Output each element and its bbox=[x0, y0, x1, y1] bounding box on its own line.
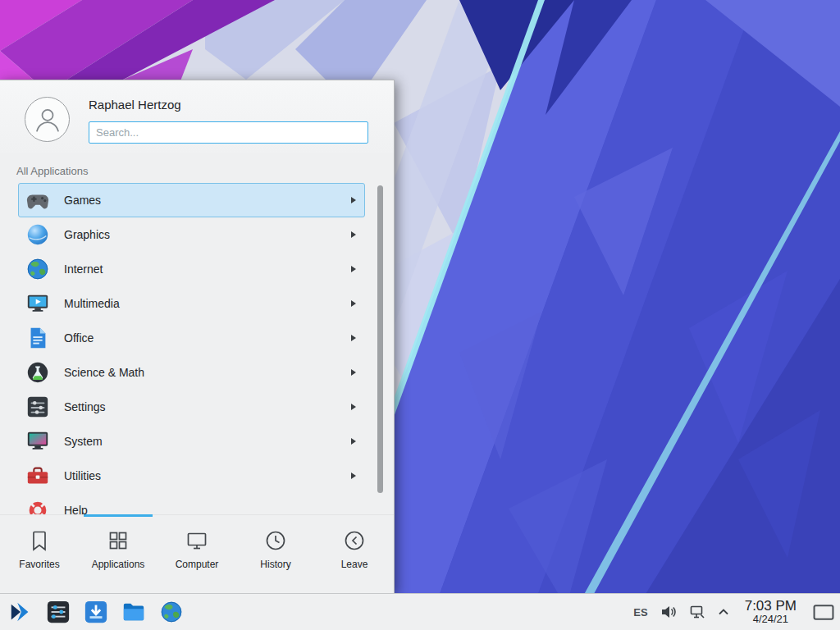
menu-item-science-math[interactable]: Science & Math bbox=[18, 355, 365, 390]
show-desktop-icon bbox=[812, 603, 835, 622]
menu-item-help[interactable]: Help bbox=[18, 493, 365, 514]
computer-icon bbox=[185, 529, 208, 552]
menu-item-label: Utilities bbox=[64, 469, 101, 482]
applications-icon bbox=[107, 529, 130, 552]
tab-label: Applications bbox=[92, 559, 145, 570]
favorites-icon bbox=[28, 529, 51, 552]
category-list: Games Graphics Internet bbox=[18, 183, 365, 514]
submenu-arrow-icon bbox=[351, 335, 356, 341]
menu-item-label: Help bbox=[64, 504, 88, 514]
user-avatar[interactable] bbox=[25, 97, 70, 142]
show-desktop-button[interactable] bbox=[812, 596, 835, 628]
menu-item-games[interactable]: Games bbox=[18, 183, 365, 217]
menu-item-graphics[interactable]: Graphics bbox=[18, 217, 365, 252]
submenu-arrow-icon bbox=[351, 369, 356, 376]
expand-panel-icon[interactable] bbox=[718, 608, 729, 616]
user-name: Raphael Hertzog bbox=[89, 98, 181, 112]
menu-item-label: Graphics bbox=[64, 228, 110, 241]
system-icon bbox=[25, 429, 50, 454]
menu-item-label: System bbox=[64, 435, 103, 448]
settings-icon bbox=[25, 395, 50, 419]
science-math-icon bbox=[25, 360, 50, 385]
taskbar-left bbox=[0, 600, 184, 625]
tab-label: Leave bbox=[341, 559, 368, 570]
menu-item-label: Games bbox=[64, 194, 101, 207]
clock[interactable]: 7:03 PM 4/24/21 bbox=[742, 598, 800, 626]
menu-item-utilities[interactable]: Utilities bbox=[18, 459, 365, 493]
tab-label: Computer bbox=[176, 559, 219, 570]
clock-time: 7:03 PM bbox=[745, 598, 797, 614]
application-launcher-menu: Raphael Hertzog All Applications Games G… bbox=[0, 80, 395, 593]
menu-item-office[interactable]: Office bbox=[18, 321, 365, 355]
submenu-arrow-icon bbox=[351, 472, 356, 479]
network-icon[interactable] bbox=[689, 604, 705, 620]
system-settings-icon bbox=[46, 600, 71, 624]
tab-history[interactable]: History bbox=[236, 515, 315, 593]
menu-item-label: Settings bbox=[64, 400, 106, 413]
history-icon bbox=[264, 529, 287, 552]
clock-date: 4/24/21 bbox=[753, 614, 788, 626]
taskbar-icon-file-manager[interactable] bbox=[121, 600, 146, 625]
tab-label: History bbox=[260, 559, 290, 570]
menu-item-label: Internet bbox=[64, 262, 103, 276]
menu-item-settings[interactable]: Settings bbox=[18, 390, 365, 424]
internet-icon bbox=[25, 257, 50, 281]
section-label: All Applications bbox=[16, 165, 88, 177]
submenu-arrow-icon bbox=[351, 266, 356, 272]
web-browser-icon bbox=[159, 600, 184, 624]
app-launcher-button[interactable] bbox=[7, 600, 33, 625]
menu-item-internet[interactable]: Internet bbox=[18, 252, 365, 286]
submenu-arrow-icon bbox=[351, 197, 356, 203]
list-scrollbar[interactable] bbox=[377, 185, 383, 493]
help-icon bbox=[25, 498, 50, 514]
office-icon bbox=[25, 326, 50, 350]
tab-favorites[interactable]: Favorites bbox=[0, 515, 79, 593]
volume-icon[interactable] bbox=[660, 604, 677, 620]
user-avatar-icon bbox=[31, 103, 64, 136]
launcher-tab-bar: Favorites Applications Computer History … bbox=[0, 514, 394, 593]
menu-item-label: Office bbox=[64, 331, 94, 345]
file-manager-icon bbox=[121, 600, 146, 624]
taskbar: ES 7:03 PM 4/24/21 bbox=[0, 593, 840, 630]
menu-item-label: Multimedia bbox=[64, 297, 120, 310]
graphics-icon bbox=[25, 222, 50, 247]
multimedia-icon bbox=[25, 291, 50, 316]
tab-label: Favorites bbox=[19, 559, 59, 570]
submenu-arrow-icon bbox=[351, 300, 356, 307]
tab-applications[interactable]: Applications bbox=[79, 515, 158, 593]
tab-leave[interactable]: Leave bbox=[315, 515, 394, 593]
submenu-arrow-icon bbox=[351, 231, 356, 238]
games-icon bbox=[25, 188, 50, 212]
taskbar-icon-discover[interactable] bbox=[83, 600, 108, 625]
keyboard-layout-indicator[interactable]: ES bbox=[633, 606, 647, 619]
search-input[interactable] bbox=[89, 121, 368, 144]
discover-icon bbox=[84, 600, 108, 624]
leave-icon bbox=[343, 529, 366, 552]
submenu-arrow-icon bbox=[351, 438, 356, 445]
system-tray: ES 7:03 PM 4/24/21 bbox=[633, 596, 840, 628]
menu-item-multimedia[interactable]: Multimedia bbox=[18, 286, 365, 321]
utilities-icon bbox=[25, 463, 50, 488]
taskbar-icon-web-browser[interactable] bbox=[158, 600, 184, 625]
menu-item-label: Science & Math bbox=[64, 366, 144, 379]
menu-item-system[interactable]: System bbox=[18, 424, 365, 459]
desktop: Raphael Hertzog All Applications Games G… bbox=[0, 0, 840, 630]
launcher-header: Raphael Hertzog bbox=[0, 80, 394, 153]
tab-computer[interactable]: Computer bbox=[158, 515, 236, 593]
taskbar-icon-system-settings[interactable] bbox=[45, 600, 71, 625]
submenu-arrow-icon bbox=[351, 404, 356, 410]
kde-launcher-icon bbox=[8, 600, 33, 624]
